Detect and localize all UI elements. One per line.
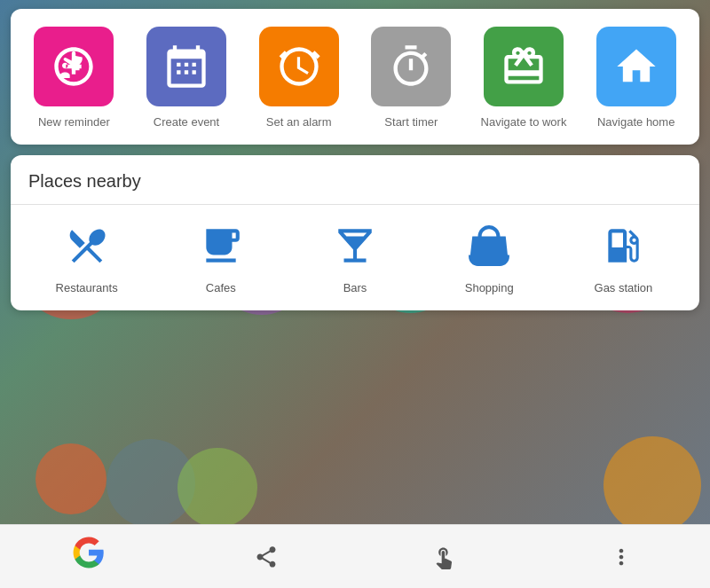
main-container: New reminder Create event <box>11 9 699 310</box>
gas-icon <box>601 223 645 268</box>
shopping-icon <box>467 223 511 268</box>
reminder-icon <box>51 43 97 90</box>
google-button[interactable] <box>62 530 115 584</box>
place-gas-station[interactable]: Gas station <box>556 219 690 294</box>
more-dots-icon <box>609 545 634 569</box>
actions-grid: New reminder Create event <box>20 27 690 130</box>
set-alarm-icon-box <box>259 27 339 106</box>
start-timer-label: Start timer <box>384 115 438 130</box>
restaurant-icon-box <box>60 219 114 272</box>
shopping-icon-box <box>462 219 516 272</box>
shopping-label: Shopping <box>465 281 514 294</box>
create-event-label: Create event <box>154 115 219 130</box>
action-navigate-work[interactable]: Navigate to work <box>469 27 579 130</box>
calendar-icon <box>163 43 209 90</box>
cafes-label: Cafes <box>206 281 236 294</box>
gas-icon-box <box>596 219 650 272</box>
cafe-icon-box <box>194 219 248 272</box>
action-new-reminder[interactable]: New reminder <box>20 27 129 130</box>
more-button[interactable] <box>595 530 648 584</box>
gas-station-label: Gas station <box>595 281 653 294</box>
place-bars[interactable]: Bars <box>288 219 422 294</box>
google-g-icon <box>72 536 106 569</box>
share-icon <box>254 545 279 569</box>
navigate-work-icon-box <box>484 27 564 106</box>
touch-button[interactable] <box>417 530 470 584</box>
navigate-home-label: Navigate home <box>597 115 674 130</box>
touch-icon <box>431 545 456 569</box>
timer-icon <box>388 43 434 90</box>
cafe-icon <box>199 223 243 268</box>
action-start-timer[interactable]: Start timer <box>357 27 466 130</box>
quick-actions-card: New reminder Create event <box>11 9 699 145</box>
restaurant-icon <box>65 223 109 268</box>
bar-icon-box <box>328 219 382 272</box>
bar-icon <box>333 223 377 268</box>
home-icon <box>613 43 659 90</box>
places-nearby-title: Places nearby <box>11 155 699 204</box>
action-navigate-home[interactable]: Navigate home <box>581 27 690 130</box>
places-grid: Restaurants Cafes Bars <box>11 205 699 310</box>
new-reminder-icon-box <box>34 27 114 106</box>
start-timer-icon-box <box>371 27 451 106</box>
alarm-icon <box>276 43 322 90</box>
bottom-bar <box>0 524 710 588</box>
share-button[interactable] <box>240 530 293 584</box>
action-create-event[interactable]: Create event <box>132 27 241 130</box>
work-icon <box>501 43 547 90</box>
create-event-icon-box <box>146 27 226 106</box>
places-nearby-card: Places nearby Restaurants Cafes <box>11 155 699 310</box>
navigate-home-icon-box <box>596 27 676 106</box>
bars-label: Bars <box>343 281 367 294</box>
new-reminder-label: New reminder <box>38 115 110 130</box>
action-set-alarm[interactable]: Set an alarm <box>244 27 353 130</box>
place-restaurants[interactable]: Restaurants <box>20 219 154 294</box>
restaurants-label: Restaurants <box>56 281 118 294</box>
google-logo <box>72 536 106 577</box>
set-alarm-label: Set an alarm <box>266 115 332 130</box>
place-cafes[interactable]: Cafes <box>154 219 288 294</box>
place-shopping[interactable]: Shopping <box>422 219 556 294</box>
navigate-work-label: Navigate to work <box>481 115 567 130</box>
